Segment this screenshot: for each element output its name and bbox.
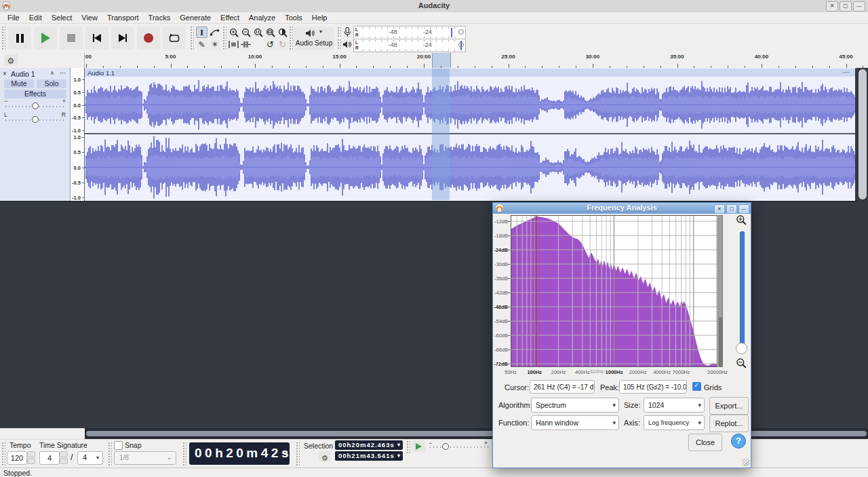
dialog-maximize-button[interactable]: ▢ bbox=[726, 204, 737, 214]
play-at-speed-button[interactable] bbox=[412, 440, 425, 452]
zoom-out-button[interactable] bbox=[240, 26, 252, 38]
menu-file[interactable]: File bbox=[3, 13, 24, 22]
menu-select[interactable]: Select bbox=[47, 13, 77, 22]
zoom-fit-project-button[interactable] bbox=[264, 26, 276, 38]
timeline-ruler[interactable]: 0:005:0010:0015:0020:0025:0030:0035:0040… bbox=[85, 53, 868, 69]
window-minimize-button[interactable]: — bbox=[853, 1, 865, 12]
caret-down-icon[interactable]: ▾ bbox=[397, 440, 401, 450]
export-button[interactable]: Export... bbox=[709, 397, 749, 415]
timeline-options-button[interactable]: ⚙ bbox=[4, 54, 18, 66]
size-select[interactable]: 1024▾ bbox=[644, 398, 705, 413]
selection-options-button[interactable]: ⚙ bbox=[319, 451, 331, 462]
menu-generate[interactable]: Generate bbox=[175, 13, 216, 22]
selection-tool-button[interactable]: I bbox=[196, 26, 208, 38]
track-collapse-icon[interactable]: ∧ bbox=[50, 70, 54, 76]
redo-button[interactable]: ↻ bbox=[277, 39, 288, 50]
playback-meter-clip-indicator[interactable] bbox=[458, 42, 464, 47]
play-at-speed-toolbar-grip[interactable] bbox=[407, 441, 410, 453]
mute-button[interactable]: Mute bbox=[4, 79, 34, 88]
skip-to-end-button[interactable] bbox=[111, 26, 134, 50]
replot-button[interactable]: Replot... bbox=[709, 415, 749, 432]
loop-button[interactable] bbox=[163, 26, 186, 50]
time-signature-upper-input[interactable]: 4 bbox=[39, 451, 60, 465]
tempo-input[interactable]: 120 bbox=[7, 451, 27, 465]
dialog-resize-grip[interactable] bbox=[742, 459, 749, 466]
window-close-button[interactable]: ✕ bbox=[826, 1, 838, 12]
recording-meter[interactable]: L R -48 -24 bbox=[353, 26, 466, 39]
waveform-channel-2[interactable] bbox=[85, 134, 855, 200]
record-button[interactable] bbox=[137, 26, 160, 50]
multi-tool-button[interactable]: ✳ bbox=[209, 39, 220, 50]
speed-slider[interactable] bbox=[442, 443, 449, 450]
edit-toolbar-grip[interactable] bbox=[223, 26, 226, 50]
undo-button[interactable]: ↺ bbox=[264, 39, 276, 50]
zoom-in-icon[interactable] bbox=[736, 214, 747, 225]
playback-meter[interactable]: L R -48 -24 bbox=[353, 39, 466, 52]
time-signature-spin-down[interactable] bbox=[60, 458, 68, 464]
zoom-out-icon[interactable] bbox=[736, 358, 747, 368]
close-button[interactable]: Close bbox=[688, 434, 722, 451]
tempo-spin-up[interactable] bbox=[27, 451, 35, 457]
menu-transport[interactable]: Transport bbox=[102, 13, 144, 22]
zoom-toggle-button[interactable] bbox=[277, 26, 288, 38]
time-signature-toolbar-grip[interactable] bbox=[2, 442, 5, 465]
gain-slider[interactable] bbox=[32, 102, 39, 109]
dialog-close-button[interactable]: ✕ bbox=[714, 204, 725, 214]
time-toolbar-grip[interactable] bbox=[183, 442, 186, 465]
snap-checkbox[interactable] bbox=[114, 441, 123, 450]
timeline-selection-region[interactable] bbox=[432, 53, 451, 68]
effects-button[interactable]: Effects bbox=[4, 90, 66, 98]
silence-audio-button[interactable] bbox=[240, 39, 252, 50]
clip-menu-icon[interactable]: ⋯ bbox=[843, 69, 850, 76]
zoom-selection-button[interactable] bbox=[252, 26, 264, 38]
envelope-tool-button[interactable] bbox=[209, 26, 220, 38]
title-bar[interactable]: Audacity ✕ ▢ — bbox=[0, 0, 868, 13]
waveform-channel-1[interactable] bbox=[85, 77, 855, 133]
axis-select[interactable]: Log frequency▾ bbox=[644, 415, 705, 430]
stop-button[interactable] bbox=[60, 26, 83, 50]
play-button[interactable] bbox=[34, 26, 57, 50]
menu-tools[interactable]: Tools bbox=[280, 13, 307, 22]
skip-to-start-button[interactable] bbox=[85, 26, 108, 50]
tools-toolbar-grip[interactable] bbox=[191, 26, 194, 50]
algorithm-select[interactable]: Spectrum▾ bbox=[531, 398, 619, 413]
time-signature-spin-up[interactable] bbox=[60, 451, 68, 457]
clip-header[interactable]: Audio 1.1 ⋯ bbox=[85, 69, 855, 77]
snap-select[interactable]: 1/8 ⌄ bbox=[114, 451, 176, 465]
menu-edit[interactable]: Edit bbox=[24, 13, 47, 22]
snapping-toolbar-grip[interactable] bbox=[108, 442, 112, 465]
playback-meter-grip[interactable] bbox=[338, 39, 341, 50]
menu-effect[interactable]: Effect bbox=[216, 13, 244, 22]
menu-tracks[interactable]: Tracks bbox=[144, 13, 176, 22]
window-maximize-button[interactable]: ▢ bbox=[840, 1, 852, 12]
vertical-scrollbar-thumb[interactable] bbox=[859, 69, 867, 199]
help-button[interactable]: ? bbox=[731, 434, 746, 449]
dialog-minimize-button[interactable]: — bbox=[738, 204, 749, 214]
time-display-caret-icon[interactable]: ▾ bbox=[285, 451, 288, 457]
pan-slider[interactable] bbox=[32, 116, 39, 123]
time-signature-lower-select[interactable]: 4 ▾ bbox=[77, 451, 103, 465]
spectrum-plot[interactable] bbox=[511, 215, 717, 367]
spectrum-scrollbar[interactable] bbox=[718, 215, 723, 367]
time-display[interactable]: 00h20m42s ▾ bbox=[189, 442, 290, 465]
grids-checkbox[interactable]: ✓ bbox=[692, 382, 701, 391]
menu-analyze[interactable]: Analyze bbox=[244, 13, 280, 22]
menu-view[interactable]: View bbox=[77, 13, 102, 22]
transport-toolbar-grip[interactable] bbox=[2, 26, 5, 50]
caret-down-icon[interactable]: ▾ bbox=[397, 451, 401, 461]
dialog-title-bar[interactable]: Frequency Analysis ✕ ▢ — bbox=[493, 203, 751, 214]
track-name[interactable]: Audio 1 bbox=[11, 70, 35, 78]
audio-setup-button[interactable]: ▾ Audio Setup bbox=[294, 26, 334, 50]
vertical-scale-ruler[interactable]: 1.00.50.0-0.5-1.0 1.00.50.0-0.5-1.0 bbox=[71, 68, 85, 201]
vertical-scrollbar[interactable] bbox=[857, 68, 868, 428]
tempo-spin-down[interactable] bbox=[27, 458, 35, 464]
menu-help[interactable]: Help bbox=[307, 13, 332, 22]
audio-clip[interactable]: Audio 1.1 ⋯ bbox=[85, 68, 855, 201]
audio-setup-toolbar-grip[interactable] bbox=[290, 26, 293, 50]
pause-button[interactable] bbox=[8, 26, 31, 50]
draw-tool-button[interactable]: ✎ bbox=[196, 39, 208, 50]
waveform-selection-region[interactable] bbox=[432, 69, 450, 200]
solo-button[interactable]: Solo bbox=[37, 79, 66, 88]
selection-toolbar-grip[interactable] bbox=[296, 442, 300, 465]
recording-meter-grip[interactable] bbox=[338, 27, 341, 37]
